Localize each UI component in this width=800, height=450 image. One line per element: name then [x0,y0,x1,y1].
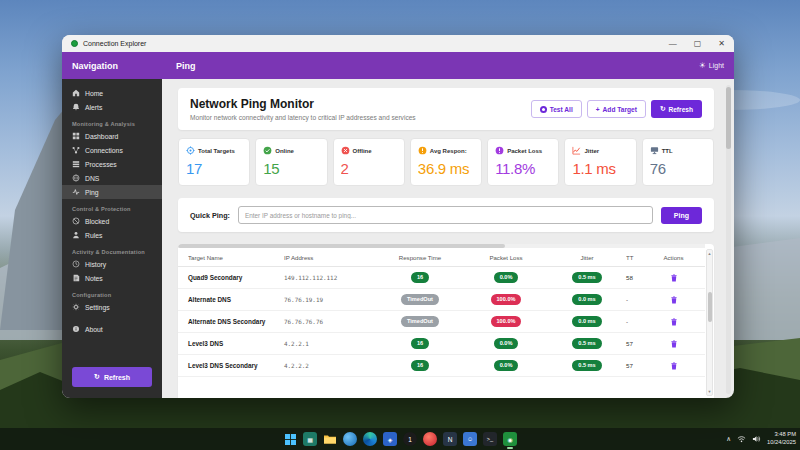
taskbar-icon-files-app[interactable]: ▦ [303,432,317,446]
scroll-up-icon[interactable]: ▲ [707,251,712,256]
targets-table-card: Target Name IP Address Response Time Pac… [178,244,714,398]
home-icon [72,89,80,97]
sidebar-item-rules[interactable]: Rules [62,228,162,242]
plus-icon: + [596,106,600,113]
chart-line-icon [572,146,581,155]
table-row[interactable]: Level3 DNS Secondary 4.2.2.2 16 0.0% 0.5… [178,355,705,377]
connections-icon [72,146,80,154]
gear-icon [72,303,80,311]
ping-button[interactable]: Ping [661,207,702,224]
sidebar-item-label: Processes [85,161,117,168]
table-row[interactable]: Quad9 Secondary 149.112.112.112 16 0.0% … [178,267,705,289]
system-tray: ∧ 3:48 PM 10/24/2025 [726,428,796,450]
window-controls: — ▢ ✕ [669,40,725,48]
taskbar-icon-photos-app[interactable] [343,432,357,446]
taskbar-icon-terminal[interactable]: >_ [483,432,497,446]
sidebar-item-label: Home [85,90,103,97]
sidebar-section-control: Control & Protection [62,199,162,214]
table-row[interactable]: Alternate DNS 76.76.19.19 TimedOut 100.0… [178,289,705,311]
nav-header-title: Navigation [62,61,162,71]
table-row[interactable]: Level3 DNS 4.2.2.1 16 0.0% 0.5 ms 57 [178,333,705,355]
ping-icon [72,188,80,196]
theme-toggle-button[interactable]: ☀ Light [699,61,724,70]
sidebar-item-alerts[interactable]: Alerts [62,100,162,114]
taskbar-icon-chat-app[interactable]: ☺ [463,432,477,446]
trash-icon [671,318,677,326]
processes-icon [72,160,80,168]
sidebar-item-dashboard[interactable]: Dashboard [62,129,162,143]
stat-card-online: Online 15 [255,138,327,186]
stat-value: 1.1 ms [572,160,628,177]
stat-value: 15 [263,160,319,177]
taskbar-icon-dev-box[interactable]: ◈ [383,432,397,446]
sidebar-item-label: Connections [85,147,123,154]
sidebar-item-ping[interactable]: Ping [62,185,162,199]
scrollbar-thumb[interactable] [708,292,713,322]
target-dot-icon [540,106,547,113]
sidebar-item-settings[interactable]: Settings [62,300,162,314]
sidebar-item-notes[interactable]: Notes [62,271,162,285]
dashboard-icon [72,132,80,140]
sidebar-item-label: Blocked [85,218,109,225]
blocked-icon [72,217,80,225]
sidebar-item-connections[interactable]: Connections [62,143,162,157]
stat-value: 36.9 ms [418,160,474,177]
sidebar-item-about[interactable]: About [62,322,162,336]
alert-circle-icon [495,146,504,155]
trash-icon [671,340,677,348]
close-icon[interactable]: ✕ [718,40,725,48]
delete-target-button[interactable] [669,335,679,352]
monitor-icon [650,146,659,155]
delete-target-button[interactable] [669,269,679,286]
taskbar-clock[interactable]: 3:48 PM 10/24/2025 [767,431,796,447]
taskbar-start-button[interactable] [283,432,297,446]
app-window: Connection Explorer — ▢ ✕ Navigation Pin… [62,35,734,398]
taskbar-icon-media-app[interactable] [423,432,437,446]
stat-value: 17 [186,160,242,177]
packet-loss-badge: 0.0% [494,338,519,349]
add-target-button[interactable]: + Add Target [587,100,646,118]
scroll-down-icon[interactable]: ▼ [707,389,712,394]
taskbar-icon-onepassword[interactable]: 1 [403,432,417,446]
sidebar-item-label: Settings [85,304,110,311]
sidebar-refresh-label: Refresh [104,374,130,381]
test-all-button[interactable]: Test All [531,100,582,118]
sidebar-item-history[interactable]: History [62,257,162,271]
delete-target-button[interactable] [669,291,679,308]
minimize-icon[interactable]: — [669,40,677,48]
speaker-icon[interactable] [752,435,761,443]
stat-value: 11.8% [495,160,551,177]
sidebar-refresh-button[interactable]: ↻ Refresh [72,367,152,387]
trash-icon [671,274,677,282]
sidebar-item-dns[interactable]: DNS [62,171,162,185]
delete-target-button[interactable] [669,357,679,374]
sidebar-section-activity: Activity & Documentation [62,242,162,257]
refresh-button[interactable]: ↻ Refresh [651,100,702,118]
quick-ping-input[interactable] [238,206,653,224]
folder-icon [324,434,336,444]
sidebar-item-blocked[interactable]: Blocked [62,214,162,228]
table-row[interactable]: Alternate DNS Secondary 76.76.76.76 Time… [178,311,705,333]
taskbar-icon-file-explorer[interactable] [323,432,337,446]
taskbar-icon-connection-explorer[interactable]: ◉ [503,432,517,446]
refresh-icon: ↻ [660,105,666,113]
x-circle-icon [341,146,350,155]
network-icon[interactable] [737,435,746,443]
maximize-icon[interactable]: ▢ [694,40,702,48]
jitter-badge: 0.5 ms [572,360,601,371]
taskbar-icon-edge-browser[interactable] [363,432,377,446]
taskbar-icon-notepad[interactable]: N [443,432,457,446]
sidebar-item-processes[interactable]: Processes [62,157,162,171]
table-horizontal-scrollbar[interactable] [178,244,705,248]
active-app-indicator [507,447,513,449]
trash-icon [671,296,677,304]
sidebar-item-home[interactable]: Home [62,86,162,100]
delete-target-button[interactable] [669,313,679,330]
main-content: Network Ping Monitor Monitor network con… [162,79,734,398]
page-subtitle: Monitor network connectivity and latency… [190,114,416,121]
table-vertical-scrollbar[interactable]: ▲ ▼ [706,249,713,396]
target-icon [186,146,195,155]
main-scrollbar[interactable] [726,85,731,394]
tray-chevron-up-icon[interactable]: ∧ [726,435,731,443]
page-header-card: Network Ping Monitor Monitor network con… [178,88,714,130]
